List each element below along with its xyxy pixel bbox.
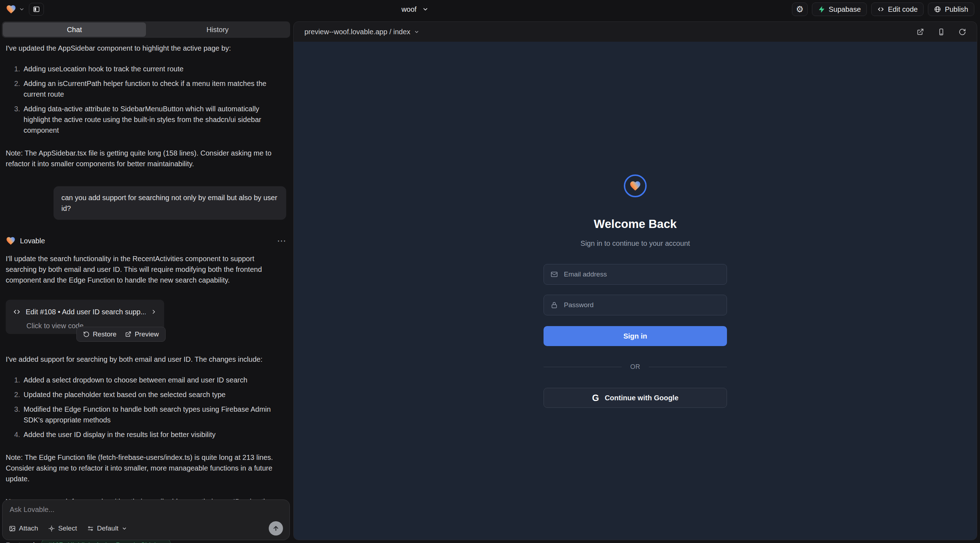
- lovable-heart-icon: [6, 4, 16, 14]
- composer: Attach Select Default: [2, 500, 290, 540]
- code-icon: [877, 6, 885, 13]
- sidebar-toggle-button[interactable]: [29, 3, 44, 16]
- preview-panel: preview--woof.lovable.app / index: [293, 21, 977, 540]
- supabase-label: Supabase: [829, 5, 861, 14]
- publish-label: Publish: [945, 5, 968, 14]
- email-input[interactable]: [563, 270, 720, 279]
- heart-logo-icon: [629, 180, 641, 192]
- app-logo: [624, 175, 647, 197]
- restored-label: Restored: [6, 540, 35, 543]
- external-link-icon: [125, 331, 131, 338]
- code-icon: [13, 308, 21, 316]
- assistant-name: Lovable: [20, 235, 45, 246]
- tab-history-label: History: [206, 26, 228, 34]
- assistant-numbered-list: Added a select dropdown to choose betwee…: [6, 375, 286, 440]
- mode-label: Default: [97, 524, 118, 532]
- list-item: Added a select dropdown to choose betwee…: [22, 375, 286, 385]
- globe-icon: [934, 6, 941, 13]
- refresh-icon[interactable]: [959, 28, 966, 36]
- edit-code-label: Edit code: [888, 5, 918, 14]
- preview-label: Preview: [135, 329, 159, 340]
- topbar: woof ⚙ Supabase Edit code Publish: [0, 0, 980, 19]
- project-name: woof: [401, 5, 417, 14]
- or-label: OR: [630, 363, 640, 371]
- auth-title: Welcome Back: [594, 217, 677, 231]
- restore-label: Restore: [93, 329, 117, 340]
- chevron-right-icon: [151, 309, 157, 315]
- chevron-down-icon: [422, 6, 429, 13]
- image-attach-icon: [9, 525, 16, 532]
- list-item: Adding useLocation hook to track the cur…: [22, 64, 286, 74]
- assistant-note: Note: The Edge Function file (fetch-fire…: [6, 452, 286, 484]
- edit-card-wrapper: Edit #108 • Add user ID search supp... C…: [6, 300, 165, 342]
- assistant-note: Note: The AppSidebar.tsx file is getting…: [6, 148, 286, 169]
- lock-icon: [550, 301, 558, 309]
- preview-app-viewport: Welcome Back Sign in to continue to your…: [294, 42, 977, 540]
- assistant-numbered-list: Adding useLocation hook to track the cur…: [6, 64, 286, 136]
- supabase-button[interactable]: Supabase: [812, 3, 867, 16]
- list-item: Added the user ID display in the results…: [22, 429, 286, 440]
- google-label: Continue with Google: [605, 394, 678, 402]
- version-badge-id: #107: [48, 540, 63, 543]
- sign-in-button[interactable]: Sign in: [544, 326, 727, 346]
- lovable-logo-menu[interactable]: [6, 4, 25, 14]
- assistant-header: Lovable ⋯: [6, 235, 286, 246]
- edit-code-button[interactable]: Edit code: [871, 3, 924, 16]
- google-g-icon: G: [592, 393, 599, 403]
- tab-chat-label: Chat: [67, 26, 82, 34]
- select-label: Select: [58, 524, 77, 532]
- password-field: [544, 295, 727, 315]
- or-divider: OR: [544, 363, 727, 371]
- open-in-new-window-icon[interactable]: [916, 28, 924, 36]
- chevron-down-icon: [122, 526, 127, 531]
- lovable-heart-icon: [6, 236, 16, 246]
- chat-message-list: I've updated the AppSidebar component to…: [0, 38, 292, 543]
- chevron-down-icon: [414, 29, 419, 35]
- assistant-paragraph: I've added support for searching by both…: [6, 354, 286, 365]
- chat-history-tabs: Chat History: [2, 21, 290, 38]
- project-switcher[interactable]: woof: [401, 0, 429, 19]
- chat-panel: Chat History I've updated the AppSidebar…: [0, 19, 292, 543]
- preview-address: preview--woof.lovable.app / index: [304, 28, 410, 36]
- restore-button[interactable]: Restore: [83, 329, 117, 340]
- tab-history[interactable]: History: [146, 22, 289, 37]
- user-message-text: can you add support for searching not on…: [61, 194, 277, 212]
- settings-button[interactable]: ⚙: [792, 3, 808, 16]
- list-item: Modified the Edge Function to handle bot…: [22, 404, 286, 425]
- email-field: [544, 264, 727, 285]
- preview-address-dropdown[interactable]: preview--woof.lovable.app / index: [304, 28, 419, 36]
- attach-label: Attach: [19, 524, 38, 532]
- arrow-up-icon: [272, 525, 280, 532]
- gear-icon: ⚙: [796, 4, 804, 14]
- sign-in-label: Sign in: [624, 332, 648, 340]
- auth-card: Welcome Back Sign in to continue to your…: [544, 42, 727, 408]
- preview-button[interactable]: Preview: [125, 329, 159, 340]
- version-badge-title: Highlight Active Page in Sidebar: [67, 540, 164, 543]
- message-menu-ellipsis-icon[interactable]: ⋯: [277, 237, 286, 245]
- mobile-view-icon[interactable]: [937, 28, 945, 36]
- assistant-paragraph: I'll update the search functionality in …: [6, 253, 286, 286]
- attach-button[interactable]: Attach: [9, 524, 38, 532]
- target-select-icon: [48, 525, 55, 532]
- edit-card-title: Edit #108 • Add user ID search supp...: [26, 306, 146, 317]
- composer-input[interactable]: [9, 505, 283, 517]
- continue-with-google-button[interactable]: G Continue with Google: [544, 388, 727, 408]
- edit-card-toolbar: Restore Preview: [76, 327, 165, 342]
- assistant-paragraph: I've updated the AppSidebar component to…: [6, 43, 286, 54]
- mode-dropdown[interactable]: Default: [87, 524, 127, 532]
- panel-left-icon: [33, 6, 40, 13]
- list-item: Adding an isCurrentPath helper function …: [22, 78, 286, 100]
- password-input[interactable]: [563, 301, 720, 309]
- publish-button[interactable]: Publish: [928, 3, 974, 16]
- supabase-bolt-icon: [818, 6, 825, 13]
- restore-icon: [83, 331, 89, 338]
- sliders-icon: [87, 525, 94, 532]
- select-button[interactable]: Select: [48, 524, 77, 532]
- auth-subtitle: Sign in to continue to your account: [581, 240, 690, 248]
- tab-chat[interactable]: Chat: [3, 22, 146, 37]
- user-message-bubble: can you add support for searching not on…: [54, 186, 286, 220]
- chevron-down-icon: [19, 6, 25, 12]
- list-item: Updated the placeholder text based on th…: [22, 389, 286, 400]
- list-item: Adding data-active attribute to SidebarM…: [22, 103, 286, 136]
- send-button[interactable]: [269, 521, 283, 535]
